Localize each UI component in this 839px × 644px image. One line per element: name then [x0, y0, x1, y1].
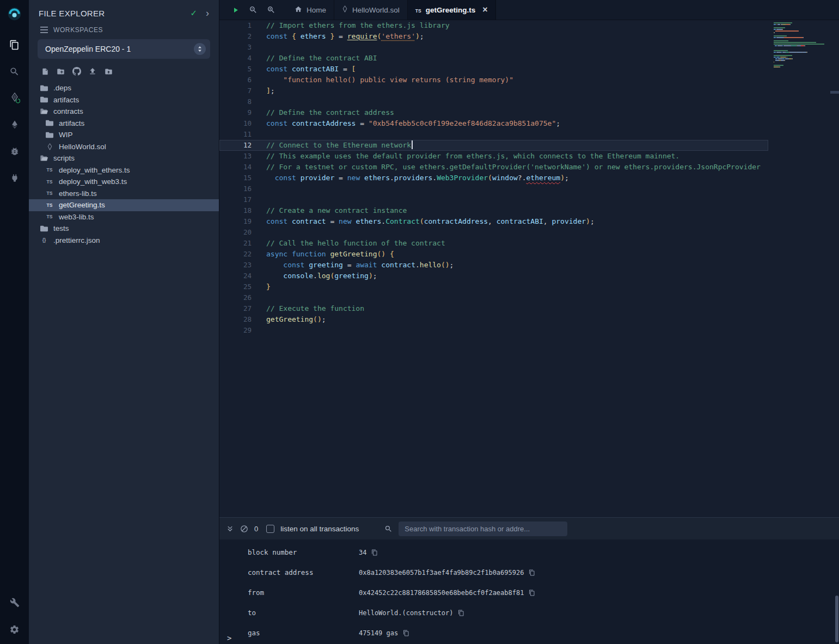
- upload-folder-icon[interactable]: [104, 68, 113, 76]
- code-token: ): [415, 32, 420, 40]
- code-token: getGreeting: [266, 315, 313, 323]
- new-folder-icon[interactable]: [56, 68, 65, 76]
- copy-icon[interactable]: [458, 610, 464, 616]
- line-number: 13: [219, 151, 266, 162]
- line-number: 10: [219, 118, 266, 129]
- code-line: 22async function getGreeting() {: [219, 249, 768, 260]
- minimap-line: [774, 60, 832, 61]
- terminal-collapse-icon[interactable]: [226, 525, 234, 533]
- tree-item[interactable]: artifacts: [29, 118, 219, 130]
- close-icon[interactable]: ×: [482, 5, 487, 14]
- editor-tab[interactable]: Home: [287, 0, 334, 20]
- code-token: getGreeting: [330, 250, 377, 258]
- listen-all-transactions-label: listen on all transactions: [280, 525, 359, 533]
- code-line: 12// Connect to the Ethereum network: [219, 140, 768, 151]
- tree-item[interactable]: scripts: [29, 152, 219, 164]
- minimap-line: [774, 34, 832, 35]
- tree-item[interactable]: artifacts: [29, 94, 219, 106]
- code-text: console.log(greeting);: [266, 271, 768, 281]
- tools-icon[interactable]: [5, 593, 24, 612]
- copy-icon[interactable]: [403, 630, 409, 636]
- folder-open-icon: [40, 108, 48, 115]
- remix-ide-window: FILE EXPLORER ✓ › WORKSPACES OpenZeppeli…: [0, 0, 839, 644]
- code-token: =: [334, 32, 347, 40]
- run-script-button[interactable]: [228, 3, 242, 17]
- code-token: greeting: [309, 261, 343, 269]
- minimap-line: [774, 39, 832, 40]
- tree-item[interactable]: TSdeploy_with_web3.ts: [29, 176, 219, 188]
- zoom-out-icon[interactable]: [246, 3, 260, 17]
- chevron-right-icon[interactable]: ›: [206, 8, 209, 18]
- line-number: 3: [219, 42, 266, 53]
- folder-icon: [45, 120, 54, 126]
- github-icon[interactable]: [72, 67, 81, 76]
- typescript-file-icon: TS: [45, 179, 54, 185]
- code-token: log: [317, 272, 330, 280]
- tree-item[interactable]: TSgetGreeting.ts: [29, 199, 219, 211]
- file-explorer-icon[interactable]: [5, 35, 24, 54]
- tree-item[interactable]: tests: [29, 223, 219, 235]
- code-text: [266, 129, 768, 140]
- code-token: ): [369, 272, 373, 280]
- copy-icon[interactable]: [529, 590, 535, 596]
- tree-item[interactable]: .deps: [29, 82, 219, 94]
- minimap-line: [774, 45, 832, 46]
- workspaces-menu-icon[interactable]: [40, 27, 48, 33]
- code-token: [266, 261, 283, 269]
- code-token: .: [415, 261, 420, 269]
- minimap-line: [774, 35, 832, 36]
- plugin-manager-icon[interactable]: [5, 169, 24, 187]
- code-text: const contractABI = [: [266, 64, 768, 75]
- terminal-body: block number34contract address0x8a120383…: [219, 539, 839, 644]
- code-token: [287, 119, 292, 127]
- code-line: 17: [219, 194, 768, 205]
- new-file-icon[interactable]: [41, 68, 49, 76]
- line-number: 14: [219, 162, 266, 173]
- code-token: ;: [420, 32, 424, 40]
- code-token: ]: [266, 87, 271, 95]
- code-token: .: [381, 217, 385, 225]
- search-icon[interactable]: [5, 62, 24, 81]
- copy-icon[interactable]: [529, 569, 535, 576]
- editor-tab[interactable]: TSgetGreeting.ts×: [408, 0, 496, 20]
- folder-icon: [40, 225, 48, 232]
- minimap-line: [774, 58, 832, 59]
- upload-file-icon[interactable]: [88, 67, 97, 76]
- tree-item[interactable]: HelloWorld.sol: [29, 141, 219, 153]
- code-token: // Import ethers from the ethers.js libr…: [266, 21, 450, 29]
- copy-icon[interactable]: [371, 549, 378, 556]
- minimap-line: [774, 42, 832, 43]
- tree-item[interactable]: contracts: [29, 106, 219, 118]
- remix-logo-icon[interactable]: [5, 4, 24, 23]
- tree-item-label: contracts: [53, 107, 83, 115]
- code-token: contractAddress: [424, 217, 488, 225]
- deploy-run-icon[interactable]: [5, 115, 24, 134]
- code-line: 19const contract = new ethers.Contract(c…: [219, 216, 768, 227]
- scrollbar[interactable]: [835, 0, 839, 644]
- clear-console-icon[interactable]: [240, 525, 248, 533]
- code-token: [360, 174, 364, 182]
- workspace-switch-icon[interactable]: [194, 43, 206, 55]
- tree-item[interactable]: {}.prettierrc.json: [29, 235, 219, 247]
- editor-tab[interactable]: HelloWorld.sol: [334, 0, 408, 20]
- tree-item[interactable]: WIP: [29, 129, 219, 141]
- scrollbar-thumb[interactable]: [835, 596, 838, 642]
- code-token: // Connect to the Ethereum network: [266, 141, 411, 149]
- solidity-compiler-icon[interactable]: [5, 89, 24, 107]
- listen-all-transactions-checkbox[interactable]: [266, 525, 274, 533]
- tree-item[interactable]: TSweb3-lib.ts: [29, 211, 219, 223]
- minimap-line: [774, 57, 832, 58]
- settings-icon[interactable]: [5, 620, 24, 639]
- minimap[interactable]: [774, 22, 832, 70]
- code-line: 29: [219, 325, 768, 336]
- tree-item[interactable]: TSethers-lib.ts: [29, 188, 219, 200]
- code-text: const { ethers } = require('ethers');: [266, 31, 768, 42]
- code-editor[interactable]: 1// Import ethers from the ethers.js lib…: [219, 20, 839, 517]
- zoom-in-icon[interactable]: [264, 3, 278, 17]
- folder-icon: [40, 85, 48, 91]
- tree-item[interactable]: TSdeploy_with_ethers.ts: [29, 164, 219, 176]
- minimap-line: [774, 24, 832, 25]
- terminal-search-input[interactable]: [399, 522, 567, 536]
- workspace-selector[interactable]: OpenZeppelin ERC20 - 1: [38, 39, 210, 59]
- debugger-icon[interactable]: [5, 142, 24, 161]
